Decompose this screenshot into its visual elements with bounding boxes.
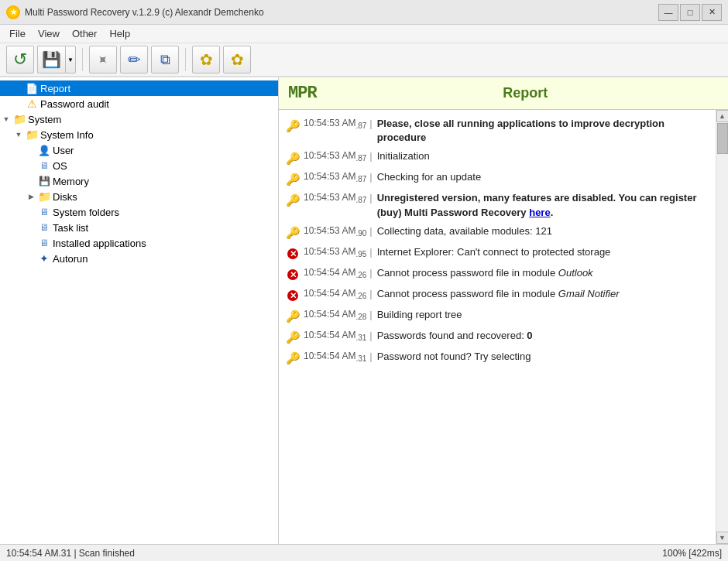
system-folders-icon: 🖥 xyxy=(37,206,51,218)
report-row: ✕ 10:54:54 AM.26 | Cannot process passwo… xyxy=(279,285,716,306)
scroll-up-arrow[interactable]: ▲ xyxy=(716,110,729,122)
close-button[interactable]: ✕ xyxy=(702,4,722,21)
expand-system-info[interactable]: ▼ xyxy=(12,128,25,141)
status-left: 10:54:54 AM.31 | Scan finished xyxy=(6,548,135,559)
message-text: Passwords found and recovered: 0 xyxy=(377,329,533,343)
timestamp: 10:54:54 AM.28 xyxy=(304,308,366,323)
tree-label-user: User xyxy=(53,145,74,156)
expand-disks[interactable]: ▶ xyxy=(25,190,37,203)
tree-label-system: System xyxy=(28,114,61,125)
menu-bar: File View Other Help xyxy=(0,25,728,43)
report-row: 🔑 10:54:53 AM.87 | Initialization xyxy=(279,147,716,168)
report-row: 🔑 10:54:53 AM.90 | Collecting data, avai… xyxy=(279,222,716,243)
menu-other[interactable]: Other xyxy=(66,26,104,41)
timestamp: 10:54:53 AM.95 xyxy=(304,245,366,260)
tree-label-task-list: Task list xyxy=(53,222,88,234)
tree-item-system-info[interactable]: ▼ 📁 System Info xyxy=(0,127,278,142)
timestamp: 10:54:53 AM.87 xyxy=(304,117,366,132)
tree-item-system[interactable]: ▼ 📁 System xyxy=(0,111,278,127)
tree-item-system-folders[interactable]: 🖥 System folders xyxy=(0,204,278,220)
timestamp: 10:54:53 AM.87 xyxy=(304,170,366,185)
menu-view[interactable]: View xyxy=(32,26,66,41)
expand-password-audit xyxy=(12,97,25,110)
svg-text:✕: ✕ xyxy=(290,249,297,258)
status-right: 100% [422ms] xyxy=(662,548,722,559)
menu-file[interactable]: File xyxy=(3,26,32,41)
timestamp: 10:54:53 AM.87 xyxy=(304,191,366,206)
scroll-thumb[interactable] xyxy=(717,123,728,154)
report-row: ✕ 10:54:53 AM.95 | Internet Explorer: Ca… xyxy=(279,243,716,264)
key-icon: 🔑 xyxy=(285,225,300,241)
password-audit-icon: ⚠ xyxy=(25,97,39,110)
tree-item-password-audit[interactable]: ⚠ Password audit xyxy=(0,96,278,111)
title-bar: ★ Multi Password Recovery v.1.2.9 (c) Al… xyxy=(0,0,728,25)
tree-item-task-list[interactable]: 🖥 Task list xyxy=(0,220,278,235)
copy-button[interactable]: ⧉ xyxy=(151,46,179,74)
tree-label-os: OS xyxy=(53,160,67,172)
minimize-button[interactable]: — xyxy=(658,4,678,21)
message-text: Checking for an update xyxy=(377,170,481,184)
gear1-button[interactable]: ✿ xyxy=(192,46,220,74)
scroll-thumb-track xyxy=(716,122,728,532)
tree-item-report[interactable]: 📄 Report xyxy=(0,80,278,96)
report-row: ✕ 10:54:54 AM.26 | Cannot process passwo… xyxy=(279,264,716,285)
tree-item-os[interactable]: 🖥 OS xyxy=(0,158,278,173)
disks-folder-icon: 📁 xyxy=(37,190,51,203)
message-text: Cannot process password file in module O… xyxy=(377,266,593,280)
tree-label-disks: Disks xyxy=(53,191,77,203)
key-icon: 🔑 xyxy=(285,351,300,366)
system-info-folder-icon: 📁 xyxy=(25,128,39,141)
expand-memory xyxy=(25,175,37,187)
report-row: 🔑 10:54:54 AM.28 | Building report tree xyxy=(279,306,716,327)
user-icon: 👤 xyxy=(37,144,51,156)
gear2-button[interactable]: ✿ xyxy=(223,46,251,74)
timestamp: 10:54:53 AM.90 xyxy=(304,224,366,239)
save-dropdown-button[interactable]: ▼ xyxy=(65,46,76,74)
tree-panel: 📄 Report ⚠ Password audit ▼ 📁 System ▼ 📁… xyxy=(0,77,279,544)
message-text: Cannot process password file in module G… xyxy=(377,287,620,301)
message-text: Internet Explorer: Can't connect to prot… xyxy=(377,245,611,259)
tree-label-report: Report xyxy=(40,83,70,94)
tree-item-installed-apps[interactable]: 🖥 Installed applications xyxy=(0,235,278,251)
tree-label-memory: Memory xyxy=(53,176,89,187)
tree-item-memory[interactable]: 💾 Memory xyxy=(0,173,278,189)
report-row: 🔑 10:54:54 AM.31 | Passwords found and r… xyxy=(279,327,716,347)
report-title: Report xyxy=(332,85,719,101)
svg-text:✕: ✕ xyxy=(290,270,297,279)
expand-system[interactable]: ▼ xyxy=(0,113,12,125)
menu-help[interactable]: Help xyxy=(103,26,136,41)
error-icon: ✕ xyxy=(285,246,300,262)
timestamp: 10:54:54 AM.26 xyxy=(304,287,366,302)
key-icon: 🔑 xyxy=(285,171,300,186)
save-button[interactable]: 💾 xyxy=(37,46,65,74)
tree-item-user[interactable]: 👤 User xyxy=(0,142,278,158)
status-bar: 10:54:54 AM.31 | Scan finished 100% [422… xyxy=(0,544,728,561)
memory-icon: 💾 xyxy=(37,175,51,187)
maximize-button[interactable]: □ xyxy=(680,4,700,21)
refresh-button[interactable]: ↺ xyxy=(6,46,34,74)
wand-button[interactable]: ✦ xyxy=(89,46,117,74)
edit-button[interactable]: ✏ xyxy=(120,46,148,74)
main-content: 📄 Report ⚠ Password audit ▼ 📁 System ▼ 📁… xyxy=(0,77,728,544)
tree-item-autorun[interactable]: ✦ Autorun xyxy=(0,251,278,266)
message-text: Unregistered version, many features are … xyxy=(377,191,709,219)
scroll-down-arrow[interactable]: ▼ xyxy=(716,532,729,544)
timestamp: 10:54:54 AM.31 xyxy=(304,329,366,344)
app-icon: ★ xyxy=(6,5,20,19)
expand-installed-apps xyxy=(25,237,37,249)
report-row: 🔑 10:54:53 AM.87 | Unregistered version,… xyxy=(279,189,716,221)
expand-task-list xyxy=(25,221,37,234)
report-row: 🔑 10:54:54 AM.31 | Password not found? T… xyxy=(279,347,716,368)
svg-text:✕: ✕ xyxy=(290,291,297,300)
tree-label-system-folders: System folders xyxy=(53,207,119,218)
message-text: Please, close all running applications t… xyxy=(377,117,709,145)
os-icon: 🖥 xyxy=(37,159,51,172)
expand-user xyxy=(25,144,37,156)
tree-label-system-info: System Info xyxy=(40,129,94,141)
tree-item-disks[interactable]: ▶ 📁 Disks xyxy=(0,189,278,204)
report-row: 🔑 10:54:53 AM.87 | Checking for an updat… xyxy=(279,168,716,189)
here-link[interactable]: here xyxy=(529,207,550,218)
vertical-scrollbar[interactable]: ▲ ▼ xyxy=(716,110,728,544)
report-panel: MPR Report 🔑 10:54:53 AM.87 | Please, cl… xyxy=(279,77,728,544)
error-icon: ✕ xyxy=(285,267,300,282)
